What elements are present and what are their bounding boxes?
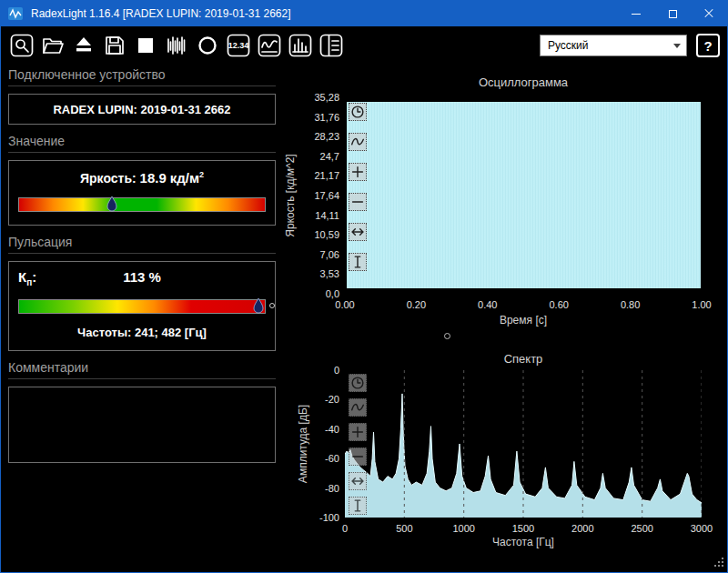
y-tick-label: 0,0 xyxy=(301,288,339,299)
zoom-in-tool-button[interactable] xyxy=(349,423,367,441)
y-tick-label: -100 xyxy=(301,512,339,523)
minimize-button[interactable] xyxy=(618,1,654,26)
circle-icon xyxy=(196,34,219,57)
x-tick-label: 0 xyxy=(321,523,369,534)
spectrum-xlabel: Частота [Гц] xyxy=(492,536,554,548)
cursor-icon xyxy=(349,497,366,515)
save-button[interactable] xyxy=(101,32,128,59)
clock-tool-button[interactable] xyxy=(349,103,367,121)
resize-grip[interactable] xyxy=(713,558,723,568)
x-tick-label: 0.20 xyxy=(392,299,440,310)
close-button[interactable] xyxy=(691,1,727,26)
save-icon xyxy=(103,34,126,57)
language-select[interactable]: Русский xyxy=(540,35,687,56)
oscillogram-ylabel: Яркость [кд/м^2] xyxy=(284,154,297,236)
oscillogram-title: Осциллограмма xyxy=(345,75,702,89)
stop-button[interactable] xyxy=(132,32,159,59)
x-tick-label: 3000 xyxy=(678,523,725,534)
spectrum-ylabel: Амплитуда [дБ] xyxy=(297,405,309,483)
clock-tool-button[interactable] xyxy=(349,374,367,392)
measure-button[interactable] xyxy=(194,32,221,59)
record-button[interactable] xyxy=(163,32,190,59)
eject-button[interactable] xyxy=(70,32,97,59)
value-box: Яркость: 18.9 кд/м2 xyxy=(8,160,276,226)
oscillogram-xlabel: Время [с] xyxy=(500,314,547,327)
luminance-unit: кд/м xyxy=(170,170,199,186)
maximize-button[interactable] xyxy=(654,1,691,26)
cursor-tool-button[interactable] xyxy=(349,253,367,271)
language-select-value: Русский xyxy=(548,39,589,52)
spectrum-bars-icon xyxy=(288,34,312,57)
y-tick-label: 3,53 xyxy=(301,268,339,279)
folder-open-icon xyxy=(41,34,65,57)
y-tick-label: -20 xyxy=(301,394,339,405)
cursor-tool-button[interactable] xyxy=(349,497,367,515)
y-tick-label: 0 xyxy=(301,365,339,376)
chevron-down-icon xyxy=(673,44,681,48)
x-tick-label: 1000 xyxy=(440,523,488,534)
magnifier-icon xyxy=(10,34,34,57)
curve-icon xyxy=(349,133,366,151)
curve-tool-button[interactable] xyxy=(349,398,367,417)
open-file-button[interactable] xyxy=(39,32,66,59)
device-section-header: Подключенное устройство xyxy=(8,66,276,86)
titlebar[interactable]: RadexLight 1.16.4 [RADEX LUPIN: 2019-01-… xyxy=(1,1,727,26)
zoom-out-tool-button[interactable] xyxy=(349,447,367,466)
toolbar-buttons: 12.34 xyxy=(8,32,345,59)
luminance-marker-icon xyxy=(106,196,117,216)
pan-horizontal-icon xyxy=(349,472,366,490)
y-tick-label: 24,7 xyxy=(301,151,339,162)
zoom-out-icon xyxy=(349,447,366,466)
luminance-number: 18.9 xyxy=(140,170,167,186)
x-tick-label: 0.60 xyxy=(535,299,582,310)
x-tick-label: 2000 xyxy=(559,523,606,534)
y-tick-label: -40 xyxy=(301,424,339,435)
luminance-value: Яркость: 18.9 кд/м2 xyxy=(18,170,266,186)
pulsation-marker-icon xyxy=(253,298,264,318)
spectrum-plot[interactable] xyxy=(345,370,702,518)
luminance-unit-sup: 2 xyxy=(199,170,204,179)
spectrum-view-button[interactable] xyxy=(287,32,314,59)
marker-circle[interactable] xyxy=(444,333,450,339)
y-tick-label: 21,17 xyxy=(301,170,339,181)
search-device-button[interactable] xyxy=(8,32,35,59)
window-controls xyxy=(618,1,727,26)
x-tick-label: 2500 xyxy=(619,523,666,534)
statusbar xyxy=(1,558,727,572)
y-tick-label: 35,28 xyxy=(301,92,339,103)
x-tick-label: 1.00 xyxy=(678,299,725,310)
x-tick-label: 1500 xyxy=(500,523,547,534)
clock-icon xyxy=(349,374,366,392)
curve-tool-button[interactable] xyxy=(349,133,367,151)
x-tick-label: 0.00 xyxy=(321,299,369,310)
y-tick-label: 28,23 xyxy=(301,131,339,142)
y-tick-label: 14,11 xyxy=(301,210,339,221)
zoom-out-icon xyxy=(349,193,366,211)
window-title: RadexLight 1.16.4 [RADEX LUPIN: 2019-01-… xyxy=(31,7,618,20)
spectrum-tools xyxy=(349,374,367,515)
oscillogram-trace[interactable] xyxy=(347,102,701,288)
help-button[interactable]: ? xyxy=(696,34,720,57)
pan-horizontal-tool-button[interactable] xyxy=(349,472,367,490)
layout-view-button[interactable] xyxy=(318,32,345,59)
spectrum-title: Спектр xyxy=(345,352,702,366)
left-panel: Подключенное устройство RADEX LUPIN: 201… xyxy=(8,66,276,471)
pulsation-box: Кп: 113 % Частоты: 241; 482 [Гц] xyxy=(8,261,276,351)
zoom-in-tool-button[interactable] xyxy=(349,163,367,181)
oscillogram-view-button[interactable] xyxy=(256,32,283,59)
numeric-display-button[interactable]: 12.34 xyxy=(225,32,252,59)
kp-label: Кп: xyxy=(18,269,36,287)
maximize-icon xyxy=(669,10,677,18)
app-icon xyxy=(8,5,25,22)
luminance-label: Яркость: xyxy=(80,171,136,186)
x-tick-label: 0.80 xyxy=(607,299,654,310)
connected-device-box: RADEX LUPIN: 2019-01-31 2662 xyxy=(8,94,276,125)
comments-input[interactable] xyxy=(8,387,276,463)
zoom-out-tool-button[interactable] xyxy=(349,193,367,211)
comments-section-header: Комментарии xyxy=(8,359,276,379)
pan-horizontal-tool-button[interactable] xyxy=(349,223,367,241)
layout-icon xyxy=(319,34,343,57)
pulsation-gradient xyxy=(18,299,266,314)
waveform-icon xyxy=(165,34,188,57)
oscillogram-icon xyxy=(258,34,281,57)
